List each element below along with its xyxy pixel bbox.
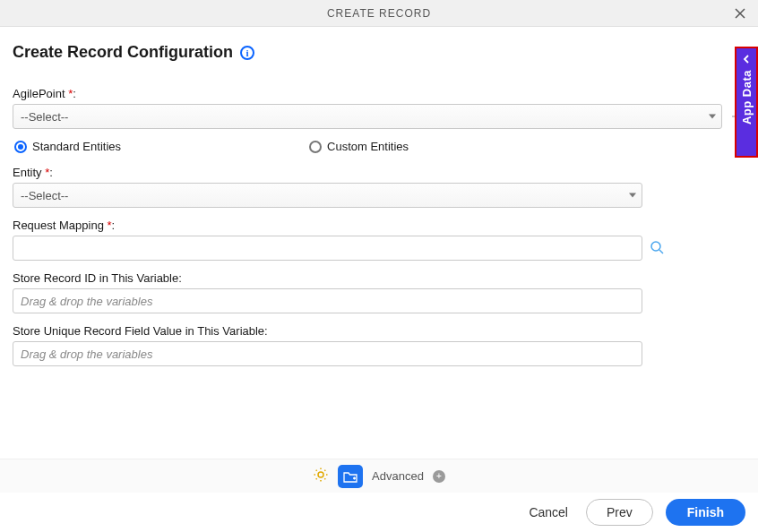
request-mapping-input[interactable]: [13, 236, 642, 261]
store-record-id-label: Store Record ID in This Variable:: [13, 271, 745, 285]
advanced-add-button[interactable]: +: [433, 470, 445, 483]
titlebar: CREATE RECORD: [0, 0, 758, 27]
entity-label: Entity *:: [13, 166, 745, 179]
radio-custom-label: Custom Entities: [327, 140, 409, 153]
chevron-left-icon: [742, 54, 751, 66]
cancel-button[interactable]: Cancel: [523, 500, 573, 525]
agilepoint-label: AgilePoint *:: [13, 87, 745, 100]
prev-button[interactable]: Prev: [586, 499, 653, 526]
magnifier-icon: [650, 240, 664, 254]
svg-point-0: [651, 242, 660, 251]
radio-icon-unchecked: [309, 141, 322, 153]
app-data-side-tab[interactable]: App Data: [735, 47, 758, 158]
finish-button[interactable]: Finish: [666, 499, 745, 526]
request-mapping-label: Request Mapping *:: [13, 219, 745, 232]
folder-add-button[interactable]: [338, 465, 363, 488]
bottom-toolbar: Advanced +: [0, 459, 758, 493]
side-tab-label: App Data: [740, 70, 754, 124]
info-icon[interactable]: i: [240, 46, 254, 60]
gear-icon: [313, 467, 329, 483]
close-icon: [734, 7, 746, 20]
close-button[interactable]: [731, 4, 749, 22]
radio-standard-entities[interactable]: Standard Entities: [14, 140, 121, 153]
entity-select-value: --Select--: [21, 189, 68, 202]
settings-button[interactable]: [313, 467, 329, 485]
window-title: CREATE RECORD: [327, 7, 431, 20]
folder-plus-icon: [343, 470, 357, 483]
advanced-label: Advanced: [372, 469, 424, 483]
radio-icon-checked: [14, 141, 27, 153]
store-record-id-input[interactable]: [13, 288, 642, 313]
lookup-button[interactable]: [650, 240, 664, 257]
chevron-down-icon: [629, 193, 636, 198]
store-unique-label: Store Unique Record Field Value in This …: [13, 324, 745, 338]
agilepoint-select[interactable]: --Select--: [13, 104, 722, 129]
footer: Cancel Prev Finish: [0, 493, 758, 532]
radio-standard-label: Standard Entities: [32, 140, 121, 153]
radio-custom-entities[interactable]: Custom Entities: [309, 140, 409, 153]
page-title: Create Record Configuration: [13, 43, 233, 62]
chevron-down-icon: [709, 115, 716, 119]
entity-select[interactable]: --Select--: [13, 183, 642, 208]
store-unique-input[interactable]: [13, 341, 642, 366]
agilepoint-select-value: --Select--: [21, 110, 68, 124]
